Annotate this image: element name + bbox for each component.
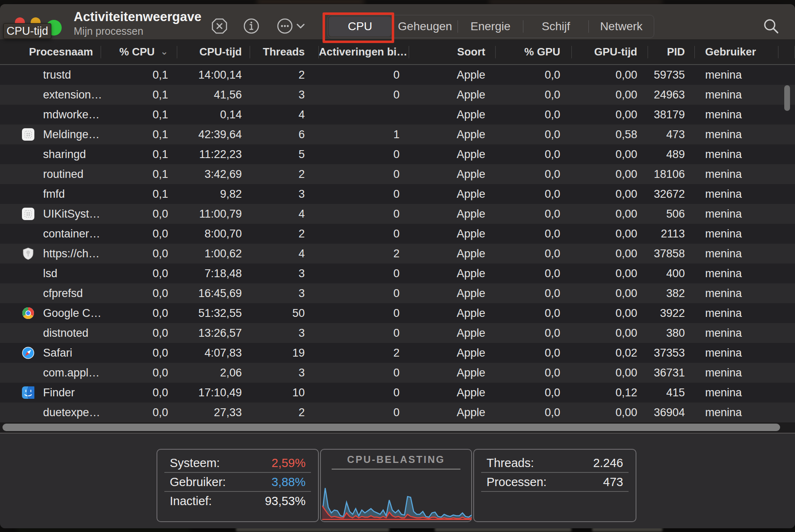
table-row[interactable]: fmfd0,19,8230Apple0,00,0032672menina bbox=[0, 184, 795, 204]
cell-gputime: 0,00 bbox=[572, 85, 648, 105]
table-row[interactable]: mdworke…0,10,144Apple0,00,0038179menina bbox=[0, 105, 795, 125]
tab-netwerk[interactable]: Netwerk bbox=[589, 15, 654, 38]
process-name-cell: duetexpe… bbox=[0, 403, 101, 422]
cell-gutter bbox=[778, 383, 795, 403]
cell-time: 1:00,62 bbox=[177, 244, 250, 264]
table-row[interactable]: Meldinge…0,142:39,6461Apple0,00,58473men… bbox=[0, 125, 795, 144]
tab-geheugen[interactable]: Geheugen bbox=[393, 15, 458, 38]
process-name-cell: distnoted bbox=[0, 323, 101, 343]
process-name: distnoted bbox=[43, 323, 89, 343]
search-button[interactable] bbox=[761, 17, 781, 36]
column-header-pid[interactable]: PID bbox=[648, 40, 695, 64]
cell-pid: 2113 bbox=[648, 224, 695, 244]
process-name: sharingd bbox=[43, 144, 86, 164]
stat-value: 2.246 bbox=[593, 456, 623, 470]
cell-threads: 19 bbox=[250, 343, 319, 363]
column-header-soort[interactable]: Soort bbox=[409, 40, 496, 64]
table-row[interactable]: UIKitSyst…0,011:00,7940Apple0,00,00506me… bbox=[0, 204, 795, 224]
horizontal-scrollbar[interactable] bbox=[2, 424, 780, 431]
cell-threads: 4 bbox=[250, 244, 319, 264]
more-options-button[interactable] bbox=[276, 17, 307, 35]
cell-threads: 3 bbox=[250, 323, 319, 343]
table-row[interactable]: trustd0,114:00,1420Apple0,00,0059735meni… bbox=[0, 65, 795, 85]
cell-wake: 0 bbox=[319, 65, 409, 85]
table-row[interactable]: routined0,13:42,6920Apple0,00,0018106men… bbox=[0, 164, 795, 184]
cell-wake bbox=[319, 105, 409, 125]
vertical-scrollbar[interactable] bbox=[784, 85, 790, 111]
cell-kind: Apple bbox=[409, 224, 496, 244]
chevron-down-icon: ⌄ bbox=[161, 40, 168, 64]
cell-threads: 3 bbox=[250, 363, 319, 383]
tab-schijf[interactable]: Schijf bbox=[523, 15, 588, 38]
info-icon bbox=[242, 29, 260, 36]
process-name-cell: extension… bbox=[0, 85, 101, 105]
table-row[interactable]: sharingd0,111:22,2350Apple0,00,00489meni… bbox=[0, 144, 795, 164]
table-row[interactable]: Google C…0,051:32,55500Apple0,00,003922m… bbox=[0, 303, 795, 323]
column-header---cpu[interactable]: % CPU⌄ bbox=[101, 40, 177, 64]
cell-pid: 415 bbox=[648, 383, 695, 403]
cell-kind: Apple bbox=[409, 283, 496, 303]
process-name: Safari bbox=[43, 343, 72, 363]
cell-gpu: 0,0 bbox=[496, 283, 572, 303]
table-row[interactable]: container…0,08:00,7020Apple0,00,002113me… bbox=[0, 224, 795, 244]
table-row[interactable]: Finder0,017:10,49100Apple0,00,12415menin… bbox=[0, 383, 795, 403]
cell-kind: Apple bbox=[409, 303, 496, 323]
cell-kind: Apple bbox=[409, 383, 496, 403]
toolbar: CPU-tijd Activiteitenweergave Mijn proce… bbox=[0, 4, 795, 40]
cell-time: 3:42,69 bbox=[177, 164, 250, 184]
inspect-process-button[interactable] bbox=[242, 17, 260, 35]
cell-gpu: 0,0 bbox=[496, 144, 572, 164]
cell-pid: 36904 bbox=[648, 403, 695, 422]
column-header-threads[interactable]: Threads bbox=[250, 40, 319, 64]
tab-energie[interactable]: Energie bbox=[458, 15, 523, 38]
cell-threads: 50 bbox=[250, 303, 319, 323]
tab-cpu[interactable]: CPU bbox=[328, 15, 393, 38]
cell-gutter bbox=[778, 244, 795, 264]
cell-gpu: 0,0 bbox=[496, 264, 572, 283]
cell-wake: 2 bbox=[319, 244, 409, 264]
cell-user: menina bbox=[695, 105, 778, 125]
stat-row-inactief: Inactief:93,53% bbox=[164, 492, 311, 510]
column-header---gpu[interactable]: % GPU bbox=[496, 40, 572, 64]
cell-gpu: 0,0 bbox=[496, 85, 572, 105]
column-header-cpu-tijd[interactable]: CPU-tijd bbox=[177, 40, 250, 64]
cell-kind: Apple bbox=[409, 323, 496, 343]
cell-gutter bbox=[778, 224, 795, 244]
cell-kind: Apple bbox=[409, 244, 496, 264]
cell-gutter bbox=[778, 264, 795, 283]
process-name: Google C… bbox=[43, 303, 101, 323]
column-header-activeringen-bi-[interactable]: Activeringen bi… bbox=[319, 40, 409, 64]
table-row[interactable]: duetexpe…0,027,3320Apple0,00,0036904meni… bbox=[0, 403, 795, 422]
cell-time: 4:07,83 bbox=[177, 343, 250, 363]
chart-title: CPU-BELASTING bbox=[321, 454, 471, 465]
column-header-gpu-tijd[interactable]: GPU-tijd bbox=[572, 40, 648, 64]
table-row[interactable]: extension…0,141,5630Apple0,00,0024963men… bbox=[0, 85, 795, 105]
cell-kind: Apple bbox=[409, 125, 496, 144]
cell-gpu: 0,0 bbox=[496, 343, 572, 363]
cell-user: menina bbox=[695, 85, 778, 105]
table-row[interactable]: lsd0,07:18,4830Apple0,00,00400menina bbox=[0, 264, 795, 283]
table-row[interactable]: Safari0,04:07,83192Apple0,00,0237353meni… bbox=[0, 343, 795, 363]
table-row[interactable]: cfprefsd0,016:45,6930Apple0,00,00382meni… bbox=[0, 283, 795, 303]
cell-gpu: 0,0 bbox=[496, 363, 572, 383]
table-row[interactable]: https://ch…0,01:00,6242Apple0,00,0037858… bbox=[0, 244, 795, 264]
cell-cpu: 0,0 bbox=[101, 343, 177, 363]
table-row[interactable]: distnoted0,013:26,5730Apple0,00,00380men… bbox=[0, 323, 795, 343]
column-header-procesnaam[interactable]: Procesnaam bbox=[0, 40, 101, 64]
cell-kind: Apple bbox=[409, 85, 496, 105]
cell-user: menina bbox=[695, 125, 778, 144]
column-header-gebruiker[interactable]: Gebruiker bbox=[695, 40, 778, 64]
table-row[interactable]: com.appl…0,02,0630Apple0,00,0036731menin… bbox=[0, 363, 795, 383]
cell-wake: 0 bbox=[319, 204, 409, 224]
cell-pid: 489 bbox=[648, 144, 695, 164]
cell-gutter bbox=[778, 283, 795, 303]
cell-time: 8:00,70 bbox=[177, 224, 250, 244]
cell-gputime: 0,58 bbox=[572, 125, 648, 144]
cell-wake: 0 bbox=[319, 383, 409, 403]
stop-process-button[interactable] bbox=[210, 17, 229, 35]
desktop-artifact bbox=[257, 0, 364, 4]
cell-cpu: 0,0 bbox=[101, 323, 177, 343]
threads-processes-box: Threads:2.246Processen:473 bbox=[473, 449, 636, 522]
cell-kind: Apple bbox=[409, 105, 496, 125]
cpu-usage-stats-box: Systeem:2,59%Gebruiker:3,88%Inactief:93,… bbox=[157, 449, 319, 522]
